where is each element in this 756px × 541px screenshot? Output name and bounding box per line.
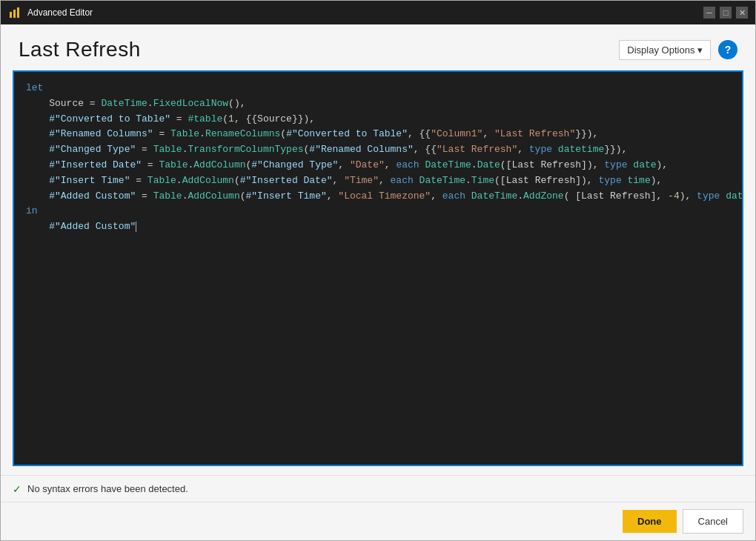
powerbi-icon	[8, 6, 21, 19]
title-bar-title: Advanced Editor	[27, 7, 93, 18]
status-bar: ✓ No syntax errors have been detected.	[1, 475, 755, 502]
svg-rect-1	[13, 10, 16, 18]
title-bar: Advanced Editor ─ □ ✕	[1, 1, 755, 24]
content-area: Last Refresh Display Options ▾ ? let Sou…	[1, 24, 755, 540]
title-bar-controls: ─ □ ✕	[703, 7, 748, 19]
done-button[interactable]: Done	[623, 510, 677, 533]
editor-content[interactable]: let Source = DateTime.FixedLocalNow(), #…	[14, 72, 742, 465]
help-button[interactable]: ?	[718, 40, 737, 59]
page-title: Last Refresh	[19, 38, 141, 62]
cancel-button[interactable]: Cancel	[683, 509, 743, 534]
status-message: No syntax errors have been detected.	[27, 483, 188, 494]
minimize-button[interactable]: ─	[703, 7, 715, 19]
footer: Done Cancel	[1, 502, 755, 540]
status-check-icon: ✓	[13, 483, 21, 495]
maximize-button[interactable]: □	[720, 7, 732, 19]
title-bar-left: Advanced Editor	[8, 6, 93, 19]
svg-rect-2	[17, 7, 19, 18]
close-button[interactable]: ✕	[736, 7, 748, 19]
advanced-editor-window: Advanced Editor ─ □ ✕ Last Refresh Displ…	[0, 0, 756, 541]
display-options-button[interactable]: Display Options ▾	[619, 40, 711, 60]
svg-rect-0	[10, 12, 12, 18]
header-actions: Display Options ▾ ?	[619, 40, 737, 60]
code-editor[interactable]: let Source = DateTime.FixedLocalNow(), #…	[13, 70, 743, 466]
header-row: Last Refresh Display Options ▾ ?	[1, 24, 755, 70]
